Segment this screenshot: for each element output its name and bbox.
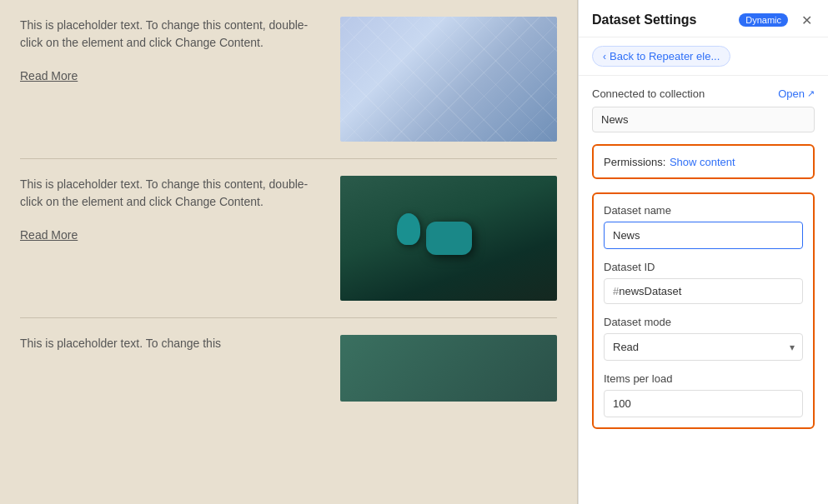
content-block-3: This is placeholder text. To change this xyxy=(20,318,557,418)
show-content-link[interactable]: Show content xyxy=(670,156,735,168)
dataset-name-group: Dataset name xyxy=(604,204,803,249)
items-per-load-label: Items per load xyxy=(604,372,803,385)
dataset-mode-select-wrapper: Read Write Read & Write ▾ xyxy=(604,333,803,361)
panel-title: Dataset Settings xyxy=(592,12,696,27)
content-text-3: This is placeholder text. To change this xyxy=(20,335,327,369)
panel-content: Connected to collection Open ↗ News Perm… xyxy=(579,76,828,504)
items-per-load-group: Items per load xyxy=(604,372,803,417)
content-text-1: This is placeholder text. To change this… xyxy=(20,17,327,83)
collection-label: Connected to collection xyxy=(592,87,705,100)
left-panel: This is placeholder text. To change this… xyxy=(0,0,578,504)
dataset-name-label: Dataset name xyxy=(604,204,803,217)
placeholder-text-1: This is placeholder text. To change this… xyxy=(20,17,327,52)
panel-header: Dataset Settings Dynamic ✕ xyxy=(579,0,828,37)
placeholder-text-2: This is placeholder text. To change this… xyxy=(20,176,327,211)
dataset-id-label: Dataset ID xyxy=(604,261,803,273)
image-3 xyxy=(340,335,557,402)
content-block-2: This is placeholder text. To change this… xyxy=(20,159,557,318)
open-link-label: Open xyxy=(778,87,805,100)
read-more-1[interactable]: Read More xyxy=(20,69,78,82)
dome-image xyxy=(340,17,557,142)
dataset-mode-label: Dataset mode xyxy=(604,316,803,328)
earphone-shape xyxy=(426,222,472,255)
collection-value-box: News xyxy=(592,107,815,132)
content-text-2: This is placeholder text. To change this… xyxy=(20,176,327,242)
open-link[interactable]: Open ↗ xyxy=(778,87,815,100)
read-more-2[interactable]: Read More xyxy=(20,228,78,242)
permissions-box: Permissions: Show content xyxy=(592,144,815,179)
collection-row: Connected to collection Open ↗ xyxy=(592,87,815,100)
back-link-label: Back to Repeater ele... xyxy=(610,50,720,62)
permissions-label: Permissions: xyxy=(604,156,665,168)
dataset-id-input[interactable] xyxy=(619,285,794,297)
fields-highlight: Dataset name Dataset ID # Dataset mode R… xyxy=(592,192,815,429)
external-link-icon: ↗ xyxy=(807,88,815,99)
earphones-image xyxy=(340,176,557,301)
back-chevron-icon: ‹ xyxy=(603,51,606,62)
header-right: Dynamic ✕ xyxy=(739,12,815,28)
hash-icon: # xyxy=(613,285,619,297)
back-link[interactable]: ‹ Back to Repeater ele... xyxy=(592,46,730,67)
right-panel: Dataset Settings Dynamic ✕ ‹ Back to Rep… xyxy=(578,0,828,504)
earphone-case xyxy=(426,222,472,255)
placeholder-text-3: This is placeholder text. To change this xyxy=(20,335,327,352)
dataset-name-input[interactable] xyxy=(604,222,803,249)
dataset-mode-group: Dataset mode Read Write Read & Write ▾ xyxy=(604,316,803,361)
items-per-load-input[interactable] xyxy=(604,390,803,417)
content-block-1: This is placeholder text. To change this… xyxy=(20,17,557,159)
dataset-mode-select[interactable]: Read Write Read & Write xyxy=(604,333,803,361)
earphone-left xyxy=(397,213,420,245)
image-2 xyxy=(340,176,557,301)
close-button[interactable]: ✕ xyxy=(798,12,815,28)
dynamic-badge: Dynamic xyxy=(739,13,788,27)
image-1 xyxy=(340,17,557,142)
dataset-id-group: Dataset ID # xyxy=(604,261,803,304)
back-nav: ‹ Back to Repeater ele... xyxy=(579,37,828,76)
dataset-id-row: # xyxy=(604,278,803,304)
